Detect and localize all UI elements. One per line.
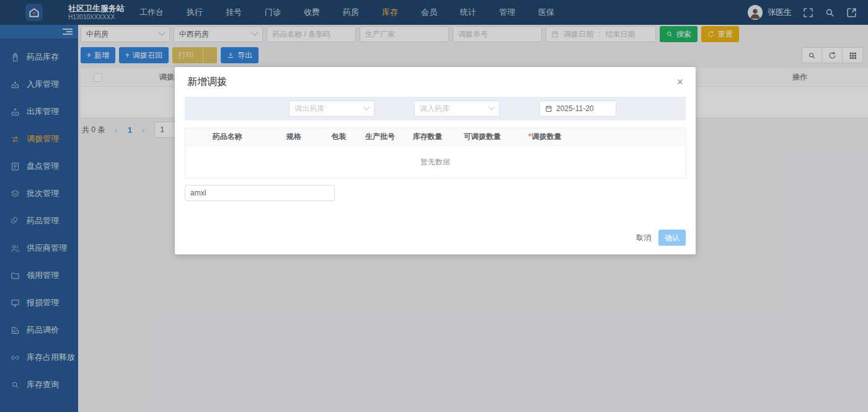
transfer-date-picker[interactable]: 2025-11-20 — [539, 101, 616, 117]
out-warehouse-select[interactable]: 调出药库 — [289, 101, 374, 117]
modal-title: 新增调拨 — [187, 76, 227, 89]
modal-form-row: 调出药库 调入药库 2025-11-20 — [185, 97, 686, 120]
chevron-down-icon — [488, 104, 495, 110]
modal-header: 新增调拨 × — [175, 67, 696, 97]
col-transferable-qty: 可调拨数量 — [454, 132, 511, 142]
col-batch-no: 生产批号 — [359, 132, 401, 142]
required-mark: * — [528, 132, 531, 141]
col-package: 包装 — [319, 132, 359, 142]
chevron-down-icon — [363, 104, 370, 110]
drug-search-box — [185, 185, 335, 201]
calendar-icon — [545, 105, 552, 112]
drug-search-input[interactable] — [190, 189, 329, 197]
modal-table: 药品名称 规格 包装 生产批号 库存数量 可调拨数量 *调拨数量 暂无数据 — [185, 128, 686, 179]
new-transfer-modal: 新增调拨 × 调出药库 调入药库 2025-11-20 药品名称 规格 包装 生… — [175, 67, 696, 254]
transfer-date-value: 2025-11-20 — [556, 104, 594, 113]
modal-footer: 取消 确认 — [636, 230, 686, 246]
col-spec: 规格 — [269, 132, 319, 142]
col-transfer-qty: *调拨数量 — [511, 132, 579, 142]
col-drug-name: 药品名称 — [185, 132, 269, 142]
close-icon[interactable]: × — [676, 76, 683, 87]
col-stock-qty: 库存数量 — [401, 132, 454, 142]
modal-empty-state: 暂无数据 — [185, 146, 685, 178]
modal-table-header: 药品名称 规格 包装 生产批号 库存数量 可调拨数量 *调拨数量 — [185, 128, 685, 146]
cancel-button[interactable]: 取消 — [636, 233, 651, 243]
confirm-button[interactable]: 确认 — [658, 230, 686, 246]
in-warehouse-select[interactable]: 调入药库 — [414, 101, 500, 117]
